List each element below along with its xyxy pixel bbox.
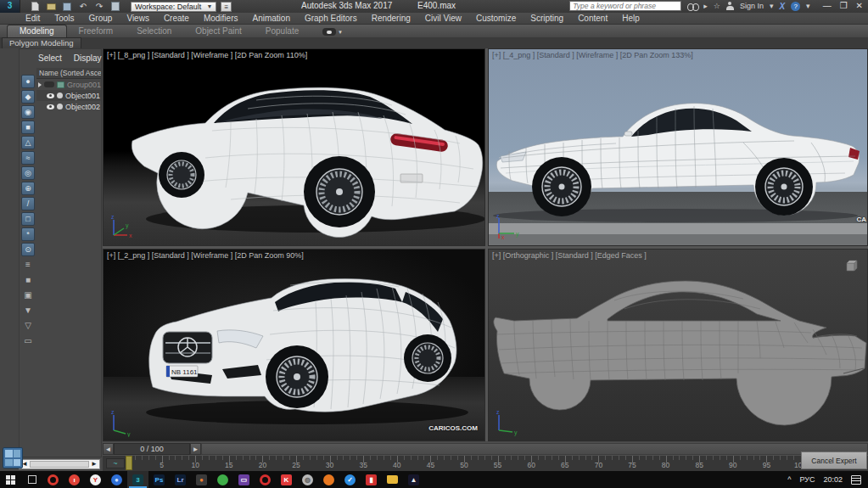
viewcube-icon[interactable]: [843, 258, 859, 273]
communication-center-icon[interactable]: ▸: [703, 1, 708, 11]
recorder-mic-icon[interactable]: ı: [64, 471, 85, 488]
viewport-label[interactable]: [+] [_2_png ] [Standard ] [Wireframe ] […: [107, 251, 304, 260]
3dsmax-taskbar-icon[interactable]: 3: [127, 471, 148, 488]
pick-parent-icon[interactable]: ▣: [21, 289, 35, 302]
purple-monitor-icon[interactable]: ▭: [233, 471, 255, 488]
cancel-expert-mode-button[interactable]: Cancel Expert Mode: [801, 452, 867, 469]
menu-edit[interactable]: Edit: [25, 14, 40, 23]
undo-button[interactable]: ↶: [77, 2, 89, 12]
ribbon-display-button[interactable]: ▾: [322, 28, 342, 36]
sync-selection-icon[interactable]: ■: [21, 273, 35, 287]
help-icon[interactable]: ?: [791, 2, 800, 11]
minimize-button[interactable]: —: [823, 1, 832, 11]
kmplayer-icon[interactable]: K: [276, 471, 297, 488]
timeline-playhead[interactable]: [126, 456, 132, 470]
help-chevron-icon[interactable]: ▾: [806, 1, 810, 11]
tab-freeform[interactable]: Freeform: [67, 25, 126, 37]
filter-geometry-icon[interactable]: ●: [21, 75, 35, 88]
viewport-top-left[interactable]: [+] [_8_png ] [Standard ] [Wireframe ] […: [103, 48, 485, 246]
maximize-button[interactable]: ❐: [840, 1, 848, 11]
new-file-button[interactable]: [29, 2, 41, 12]
viewport-bottom-right[interactable]: [+] [Orthographic ] [Standard ] [Edged F…: [488, 249, 868, 441]
filter-cameras-icon[interactable]: ■: [21, 121, 35, 134]
scroll-right-icon[interactable]: ►: [91, 460, 98, 468]
filter-bones-icon[interactable]: /: [21, 197, 35, 210]
tree-row-object001[interactable]: Object001: [36, 90, 101, 101]
start-button[interactable]: [0, 471, 21, 488]
viewport-label[interactable]: [+] [_8_png ] [Standard ] [Wireframe ] […: [107, 51, 307, 59]
explorer-horizontal-scrollbar[interactable]: ◄ ►: [19, 459, 100, 469]
menu-animation[interactable]: Animation: [252, 14, 289, 23]
menu-content[interactable]: Content: [578, 14, 608, 23]
next-frame-button[interactable]: ►: [190, 443, 201, 455]
viewport-label[interactable]: [+] [_4_png ] [Standard ] [Wireframe ] […: [492, 51, 693, 59]
viewer-icon[interactable]: ●: [191, 471, 212, 488]
menu-help[interactable]: Help: [622, 14, 640, 23]
expand-arrow-icon[interactable]: [38, 82, 42, 87]
filter-groups-icon[interactable]: ◎: [21, 166, 35, 180]
explorer-menu-select[interactable]: Select: [38, 53, 62, 63]
explorer-menu-display[interactable]: Display: [74, 53, 102, 63]
filter-helpers-icon[interactable]: △: [21, 136, 35, 149]
sign-in-button[interactable]: Sign In: [740, 2, 764, 10]
tree-row-object002[interactable]: Object002: [36, 101, 101, 112]
menu-scripting[interactable]: Scripting: [530, 14, 563, 23]
explorer-name-column-header[interactable]: Name (Sorted Ascending: [36, 68, 101, 79]
tray-clock[interactable]: 20:02: [823, 475, 843, 484]
project-folder-button[interactable]: [109, 2, 121, 12]
workspace-selector[interactable]: Workspace: Default ▼: [131, 2, 216, 12]
tree-row-group001[interactable]: Group001: [36, 79, 101, 90]
viewport-bottom-left[interactable]: NB 1161: [103, 249, 485, 441]
mini-curve-editor-button[interactable]: ~: [106, 458, 125, 468]
exchange-apps-icon[interactable]: X: [779, 2, 785, 11]
search-input[interactable]: [569, 1, 681, 11]
task-view-button[interactable]: [21, 471, 42, 488]
redo-button[interactable]: ↷: [93, 2, 105, 12]
blue-app-icon[interactable]: ●: [106, 471, 127, 488]
tab-selection[interactable]: Selection: [125, 25, 183, 37]
tab-modeling[interactable]: Modeling: [7, 25, 67, 37]
tree-row-label[interactable]: Object002: [65, 103, 100, 111]
orange-app-icon[interactable]: [318, 471, 339, 488]
tab-populate[interactable]: Populate: [254, 25, 311, 37]
menu-views[interactable]: Views: [126, 14, 149, 23]
menu-modifiers[interactable]: Modifiers: [204, 14, 238, 23]
flag-app-icon[interactable]: ▮: [361, 471, 382, 488]
frame-counter[interactable]: 0 / 100: [114, 443, 190, 455]
open-file-button[interactable]: [45, 2, 57, 12]
favorites-star-icon[interactable]: ☆: [714, 1, 720, 11]
filter-lights-icon[interactable]: ◉: [21, 105, 35, 119]
advanced-filter-icon[interactable]: ▽: [21, 319, 35, 333]
close-button[interactable]: ✕: [856, 1, 863, 11]
filter-combinations-icon[interactable]: ▼: [21, 304, 35, 317]
workspace-menu-button[interactable]: ≡: [221, 2, 232, 12]
photos-app-icon[interactable]: ▲: [403, 471, 424, 488]
tree-row-label[interactable]: Group001: [67, 81, 101, 89]
save-file-button[interactable]: [61, 2, 73, 12]
filter-hidden-icon[interactable]: ⊙: [21, 243, 35, 256]
browser-red-icon[interactable]: [42, 471, 64, 488]
scrollbar-thumb[interactable]: [30, 461, 89, 468]
timeline-ruler[interactable]: 0510152025303540455055606570758085909510…: [128, 456, 800, 471]
menu-civil-view[interactable]: Civil View: [425, 14, 462, 23]
menu-create[interactable]: Create: [164, 14, 189, 23]
eye-icon[interactable]: [47, 93, 54, 98]
app-logo-icon[interactable]: 3: [0, 0, 20, 13]
messenger-check-icon[interactable]: ✓: [339, 471, 361, 488]
tray-chevron-icon[interactable]: ^: [787, 475, 791, 484]
menu-tools[interactable]: Tools: [54, 14, 74, 23]
menu-graph-editors[interactable]: Graph Editors: [305, 14, 357, 23]
menu-group[interactable]: Group: [89, 14, 113, 23]
folder-taskbar-icon[interactable]: [382, 471, 403, 488]
lock-cell-editing-icon[interactable]: ≡: [21, 258, 35, 272]
screen-recorder-icon[interactable]: [255, 471, 276, 488]
green-sphere-icon[interactable]: [212, 471, 233, 488]
filter-spacewarps-icon[interactable]: ≈: [21, 151, 35, 165]
lightroom-icon[interactable]: Lr: [170, 471, 191, 488]
notification-center-icon[interactable]: [851, 475, 861, 485]
tree-row-label[interactable]: Object001: [65, 92, 100, 100]
time-slider-track[interactable]: [201, 443, 868, 455]
photoshop-icon[interactable]: Ps: [148, 471, 170, 488]
explorer-options-icon[interactable]: ▭: [21, 334, 35, 348]
viewport-top-right[interactable]: [+] [_4_png ] [Standard ] [Wireframe ] […: [488, 48, 868, 246]
